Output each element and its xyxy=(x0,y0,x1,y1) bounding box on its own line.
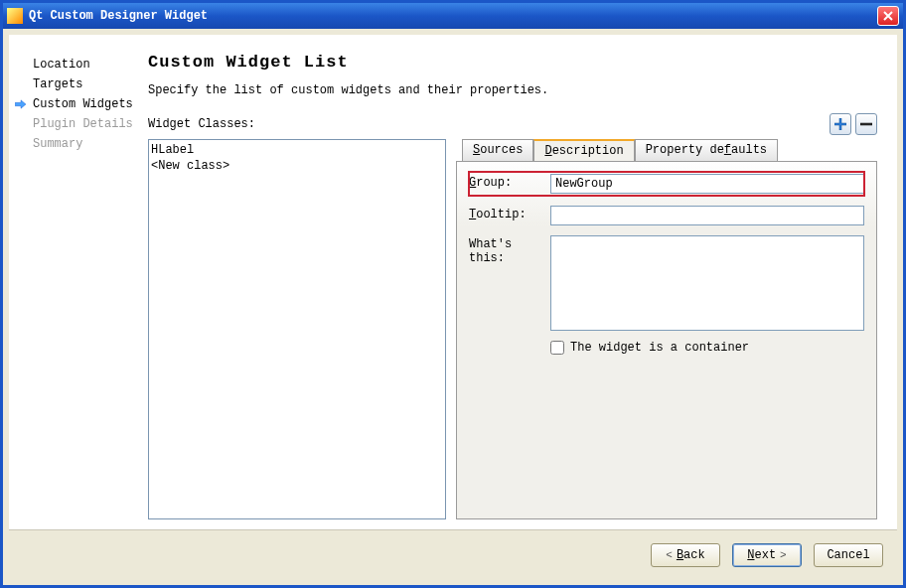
tab-panel-description: Group: Tooltip: What's this: xyxy=(456,161,877,519)
container-label: The widget is a container xyxy=(570,341,749,355)
group-input[interactable] xyxy=(550,174,864,194)
close-button[interactable] xyxy=(877,6,899,26)
tab-property-defaults[interactable]: Property defaults xyxy=(635,139,778,161)
cancel-button[interactable]: Cancel xyxy=(814,543,883,567)
remove-class-button[interactable] xyxy=(855,113,877,135)
list-item[interactable]: <New class> xyxy=(151,158,443,174)
sidebar-item-label: Location xyxy=(33,58,90,72)
group-row: Group: xyxy=(469,172,864,196)
group-label: Group: xyxy=(469,174,550,190)
right-panel: Sources Description Property defaults Gr… xyxy=(456,139,877,519)
whatsthis-textarea[interactable] xyxy=(550,235,864,331)
container-row: The widget is a container xyxy=(550,341,864,355)
add-class-button[interactable] xyxy=(830,113,851,135)
widget-classes-label: Widget Classes: xyxy=(148,117,826,131)
tooltip-label: Tooltip: xyxy=(469,206,550,221)
page-subtitle: Specify the list of custom widgets and t… xyxy=(148,83,877,97)
content: Custom Widget List Specify the list of c… xyxy=(148,35,897,529)
tab-sources[interactable]: Sources xyxy=(462,139,533,161)
tabrow: Sources Description Property defaults xyxy=(462,139,877,161)
footer: < Back Next > Cancel xyxy=(9,529,897,579)
sidebar-item-summary: Summary xyxy=(15,134,142,154)
chevron-left-icon: < xyxy=(666,549,673,561)
tab-description[interactable]: Description xyxy=(533,139,634,161)
list-item[interactable]: HLabel xyxy=(151,142,443,158)
main-area: Location Targets Custom Widgets Plugin D… xyxy=(9,35,897,529)
whatsthis-label: What's this: xyxy=(469,235,550,265)
widget-class-list[interactable]: HLabel <New class> xyxy=(148,139,446,519)
sidebar-item-custom-widgets[interactable]: Custom Widgets xyxy=(15,94,142,114)
sidebar-item-location[interactable]: Location xyxy=(15,55,142,74)
tooltip-input[interactable] xyxy=(550,206,864,225)
chevron-right-icon: > xyxy=(780,549,787,561)
sidebar: Location Targets Custom Widgets Plugin D… xyxy=(9,35,148,529)
classes-header: Widget Classes: xyxy=(148,113,877,135)
container-checkbox[interactable] xyxy=(550,341,564,355)
page-title: Custom Widget List xyxy=(148,53,877,72)
window-title: Qt Custom Designer Widget xyxy=(29,9,208,23)
sidebar-item-label: Custom Widgets xyxy=(33,97,133,111)
sidebar-item-targets[interactable]: Targets xyxy=(15,74,142,94)
sidebar-item-plugin-details: Plugin Details xyxy=(15,114,142,134)
app-icon xyxy=(7,8,23,24)
back-button[interactable]: < Back xyxy=(651,543,720,567)
whatsthis-row: What's this: xyxy=(469,235,864,331)
tooltip-row: Tooltip: xyxy=(469,206,864,225)
sidebar-item-label: Targets xyxy=(33,77,82,91)
minus-icon xyxy=(860,118,872,130)
next-button[interactable]: Next > xyxy=(732,543,802,567)
window: Qt Custom Designer Widget Location Targe… xyxy=(0,0,906,588)
sidebar-item-label: Summary xyxy=(33,137,82,151)
titlebar: Qt Custom Designer Widget xyxy=(3,3,903,29)
lower-area: HLabel <New class> Sources Description P… xyxy=(148,139,877,519)
sidebar-item-label: Plugin Details xyxy=(33,117,133,131)
svg-rect-0 xyxy=(860,123,872,125)
arrow-right-icon xyxy=(15,99,27,109)
close-icon xyxy=(883,11,893,21)
plus-icon xyxy=(834,118,846,130)
